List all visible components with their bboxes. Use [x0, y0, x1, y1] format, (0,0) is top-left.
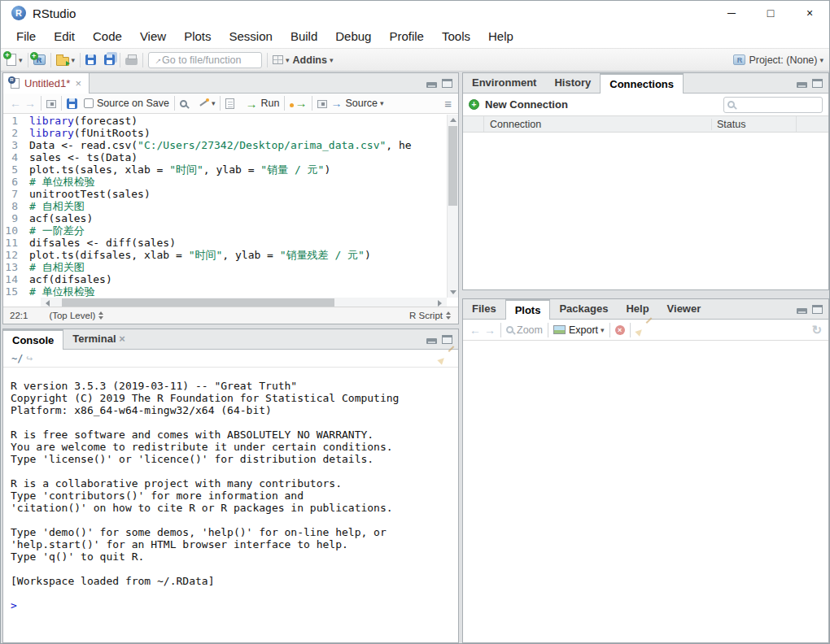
code-tools-dropdown-icon[interactable]: ▾ [212, 99, 216, 107]
vertical-scroll-thumb[interactable] [448, 126, 457, 206]
connections-search-input[interactable] [735, 99, 819, 111]
popout-icon[interactable] [46, 100, 56, 108]
new-project-icon[interactable]: R+ [33, 54, 46, 65]
menu-file[interactable]: File [7, 25, 45, 48]
export-dropdown-icon[interactable]: ▾ [601, 326, 605, 334]
minimize-pane-icon[interactable] [426, 338, 437, 344]
save-icon[interactable] [67, 98, 77, 109]
source-dropdown-icon[interactable]: ▾ [380, 99, 384, 107]
code-line[interactable]: 8# 自相关图 [3, 200, 458, 212]
code-line[interactable]: 5plot.ts(sales, xlab = "时间", ylab = "销量 … [3, 163, 458, 176]
open-file-dropdown-icon[interactable]: ▾ [72, 56, 76, 64]
run-icon[interactable]: → [245, 98, 257, 110]
code-line[interactable]: 6# 单位根检验 [3, 176, 458, 188]
minimize-pane-icon[interactable] [797, 82, 807, 88]
new-file-dropdown-icon[interactable]: ▾ [19, 56, 23, 64]
code-line[interactable]: 15# 单位根检验 [3, 285, 458, 298]
scope-selector[interactable]: (Top Level) [49, 311, 104, 320]
goto-file-input[interactable] [162, 54, 258, 66]
code-line[interactable]: 11difsales <- diff(sales) [3, 237, 458, 249]
zoom-plot-icon[interactable] [506, 326, 513, 333]
addins-menu[interactable]: Addins [293, 54, 327, 66]
maximize-pane-icon[interactable] [442, 335, 452, 344]
run-button[interactable]: Run [260, 98, 279, 109]
code-line[interactable]: 12plot.ts(difsales, xlab = "时间", ylab = … [3, 249, 458, 261]
menu-help[interactable]: Help [479, 25, 522, 48]
code-editor[interactable]: 1library(forecast)2library(fUnitRoots)3D… [3, 115, 458, 298]
close-terminal-icon[interactable]: × [119, 333, 125, 345]
tab-viewer[interactable]: Viewer [658, 299, 710, 319]
save-all-icon[interactable] [104, 54, 115, 65]
zoom-plot-button[interactable]: Zoom [517, 324, 543, 336]
tab-history[interactable]: History [545, 73, 600, 93]
rerun-icon[interactable]: → [290, 97, 307, 110]
menu-plots[interactable]: Plots [175, 25, 220, 48]
console-output[interactable]: R version 3.5.3 (2019-03-11) -- "Great T… [3, 368, 458, 642]
code-line[interactable]: 1library(forecast) [3, 115, 458, 127]
addins-dropdown-icon[interactable]: ▾ [330, 56, 334, 64]
menu-session[interactable]: Session [221, 25, 282, 48]
console-prompt[interactable]: > [11, 599, 458, 611]
new-connection-icon[interactable]: + [469, 99, 479, 110]
print-icon[interactable] [125, 58, 138, 65]
minimize-pane-icon[interactable] [426, 82, 437, 88]
scroll-up-icon[interactable] [450, 118, 456, 122]
compile-report-icon[interactable] [225, 98, 234, 109]
maximize-pane-icon[interactable] [812, 305, 823, 314]
refresh-plots-icon[interactable]: ↻ [811, 323, 822, 337]
export-plot-icon[interactable] [553, 325, 566, 334]
previous-plot-icon[interactable]: ← [470, 324, 481, 336]
menu-view[interactable]: View [131, 25, 175, 48]
close-tab-icon[interactable]: × [75, 78, 81, 89]
project-menu[interactable]: Project: (None) [749, 54, 817, 66]
code-line[interactable]: 9acf(sales) [3, 212, 458, 224]
code-line[interactable]: 2library(fUnitRoots) [3, 127, 458, 139]
menu-code[interactable]: Code [84, 25, 131, 48]
menu-edit[interactable]: Edit [45, 25, 84, 48]
maximize-pane-icon[interactable] [812, 79, 823, 88]
clear-console-icon[interactable] [438, 352, 450, 364]
menu-tools[interactable]: Tools [433, 25, 479, 48]
maximize-window-button[interactable]: □ [751, 1, 790, 25]
next-plot-icon[interactable]: → [484, 324, 496, 336]
source-on-save-checkbox[interactable] [84, 98, 94, 108]
menu-profile[interactable]: Profile [380, 25, 433, 48]
minimize-window-button[interactable]: ─ [712, 1, 751, 25]
find-icon[interactable] [180, 100, 187, 107]
code-line[interactable]: 3Data <- read.csv("C:/Users/27342/Deskto… [3, 139, 458, 151]
new-connection-button[interactable]: New Connection [485, 98, 568, 111]
menu-build[interactable]: Build [282, 25, 326, 48]
tab-packages[interactable]: Packages [550, 299, 617, 319]
tab-console[interactable]: Console [3, 329, 63, 350]
clear-plots-icon[interactable] [636, 324, 648, 336]
code-line[interactable]: 14acf(difsales) [3, 273, 458, 285]
pane-layout-icon[interactable] [273, 55, 283, 64]
tab-untitled1[interactable]: Untitled1* × [3, 73, 90, 94]
maximize-pane-icon[interactable] [442, 79, 452, 88]
document-type-selector[interactable]: R Script [409, 311, 452, 320]
tab-help[interactable]: Help [617, 299, 657, 319]
minimize-pane-icon[interactable] [797, 308, 807, 314]
tab-connections[interactable]: Connections [600, 73, 684, 94]
code-tools-icon[interactable] [198, 98, 209, 109]
close-window-button[interactable]: × [790, 1, 829, 25]
tab-plots[interactable]: Plots [505, 299, 551, 320]
document-outline-icon[interactable]: ≡ [444, 97, 452, 111]
scroll-right-icon[interactable] [438, 300, 442, 307]
open-file-icon[interactable] [56, 57, 69, 66]
tab-environment[interactable]: Environment [463, 73, 545, 93]
scroll-left-icon[interactable] [46, 300, 50, 307]
code-line[interactable]: 10# 一阶差分 [3, 224, 458, 237]
source-button[interactable]: Source [345, 98, 378, 109]
tab-files[interactable]: Files [463, 299, 505, 319]
save-icon[interactable] [85, 54, 96, 65]
remove-plot-icon[interactable]: × [615, 325, 625, 335]
code-line[interactable]: 13# 自相关图 [3, 261, 458, 273]
export-plot-button[interactable]: Export [569, 324, 598, 336]
new-file-icon[interactable]: + [7, 54, 16, 66]
forward-icon[interactable]: → [24, 98, 36, 109]
tab-terminal[interactable]: Terminal × [63, 329, 133, 349]
scroll-down-icon[interactable] [450, 290, 456, 294]
back-icon[interactable]: ← [10, 98, 21, 109]
code-line[interactable]: 4sales <- ts(Data) [3, 151, 458, 163]
